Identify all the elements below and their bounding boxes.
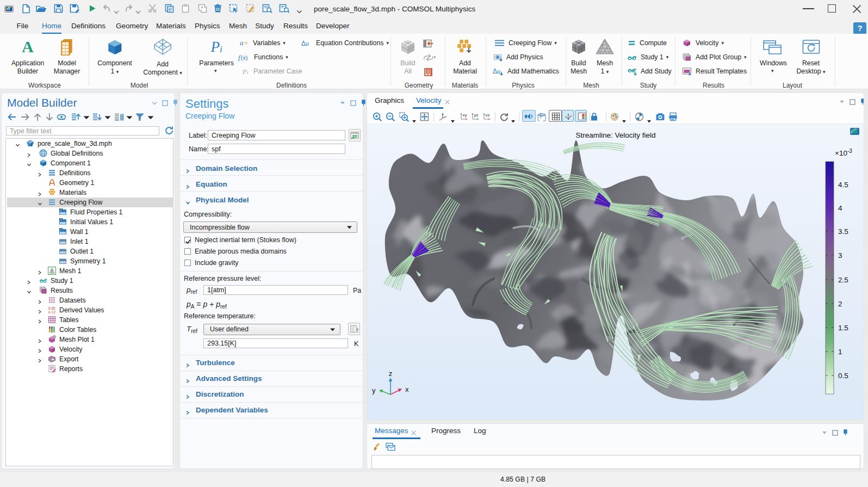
svg-text:1.5: 1.5 [838,324,848,332]
svg-text:(x): (x) [241,54,248,61]
svg-text:0.5: 0.5 [838,372,848,380]
svg-text:z: z [389,369,393,378]
svg-text:e-12: e-12 [48,310,55,314]
svg-text:3.5: 3.5 [838,227,848,236]
svg-text:Δu: Δu [301,40,309,47]
svg-text:Streamline: Velocity field: Streamline: Velocity field [575,131,655,139]
svg-text:A: A [22,38,34,56]
svg-text:a: a [240,39,244,47]
svg-text:4: 4 [838,204,842,212]
svg-text:1: 1 [838,348,842,356]
svg-text:2.5: 2.5 [838,276,848,284]
svg-text:Δu: Δu [493,67,500,75]
svg-text:4.5: 4.5 [838,181,848,189]
svg-text:Pi: Pi [242,67,249,76]
svg-text:yz: yz [474,113,479,118]
svg-text:x: x [405,385,409,393]
svg-text:xy: xy [463,113,467,118]
svg-text:8.85: 8.85 [48,306,55,310]
svg-text:=: = [244,40,247,46]
svg-text:y: y [372,386,376,394]
svg-text:×10-3: ×10-3 [835,148,852,157]
svg-text:Pi: Pi [210,39,222,55]
svg-text:3: 3 [838,251,842,260]
svg-text:2: 2 [838,300,842,308]
svg-text:xz: xz [486,113,490,118]
